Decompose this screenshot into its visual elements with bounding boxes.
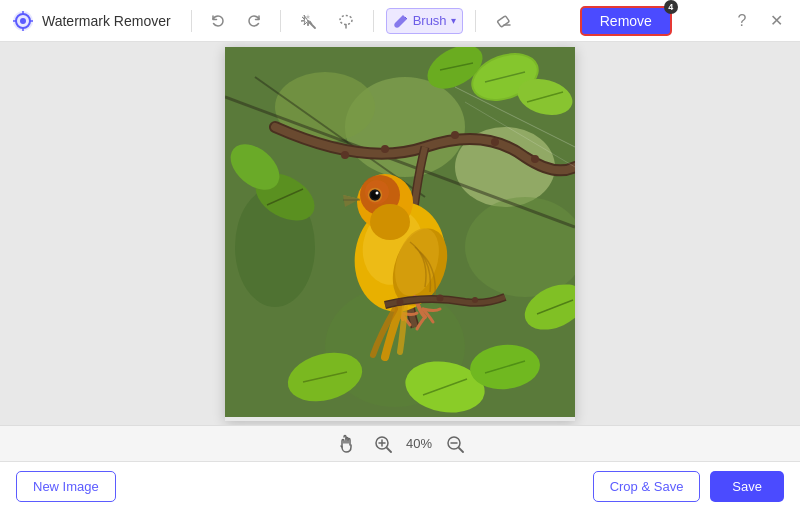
zoom-in-icon bbox=[374, 435, 392, 453]
svg-point-2 bbox=[20, 18, 26, 24]
zoom-bar: 40% bbox=[0, 425, 800, 461]
brush-dropdown-arrow: ▾ bbox=[451, 15, 456, 26]
redo-button[interactable] bbox=[240, 9, 268, 33]
undo-icon bbox=[210, 13, 226, 29]
zoom-level: 40% bbox=[406, 436, 432, 451]
new-image-button[interactable]: New Image bbox=[16, 471, 116, 502]
svg-point-5 bbox=[340, 15, 352, 24]
undo-button[interactable] bbox=[204, 9, 232, 33]
separator-4 bbox=[475, 10, 476, 32]
close-button[interactable]: ✕ bbox=[764, 9, 788, 33]
action-bar: New Image Crop & Save Save bbox=[0, 461, 800, 511]
svg-point-49 bbox=[376, 191, 379, 194]
app-title: Watermark Remover bbox=[42, 13, 171, 29]
right-action-buttons: Crop & Save Save bbox=[593, 471, 784, 502]
remove-btn-wrapper: Remove 4 bbox=[572, 6, 672, 36]
canvas-area bbox=[0, 42, 800, 425]
title-bar: Watermark Remover bbox=[0, 0, 800, 42]
svg-point-57 bbox=[472, 297, 478, 303]
crop-save-button[interactable]: Crop & Save bbox=[593, 471, 701, 502]
svg-point-20 bbox=[491, 138, 499, 146]
eraser-icon bbox=[494, 12, 512, 30]
zoom-out-icon bbox=[446, 435, 464, 453]
svg-point-18 bbox=[381, 145, 389, 153]
svg-point-52 bbox=[370, 204, 410, 240]
lasso-icon bbox=[337, 12, 355, 30]
image-container bbox=[225, 47, 575, 421]
svg-point-56 bbox=[437, 294, 444, 301]
eraser-button[interactable] bbox=[488, 8, 518, 34]
window-controls: ? ✕ bbox=[730, 9, 788, 33]
zoom-out-button[interactable] bbox=[442, 433, 468, 455]
magic-wand-icon bbox=[299, 12, 317, 30]
separator-2 bbox=[280, 10, 281, 32]
magic-wand-button[interactable] bbox=[293, 8, 323, 34]
save-button[interactable]: Save bbox=[710, 471, 784, 502]
brush-label: Brush bbox=[413, 13, 447, 28]
remove-badge: 4 bbox=[664, 0, 678, 14]
svg-point-21 bbox=[531, 155, 539, 163]
svg-point-55 bbox=[397, 298, 404, 305]
pan-tool-button[interactable] bbox=[332, 432, 360, 456]
pan-tool-icon bbox=[336, 434, 356, 454]
svg-line-61 bbox=[387, 448, 391, 452]
main-image bbox=[225, 47, 575, 417]
svg-point-19 bbox=[451, 131, 459, 139]
brush-icon bbox=[393, 13, 409, 29]
zoom-in-button[interactable] bbox=[370, 433, 396, 455]
separator-1 bbox=[191, 10, 192, 32]
help-button[interactable]: ? bbox=[730, 9, 754, 33]
brush-button[interactable]: Brush ▾ bbox=[386, 8, 463, 34]
separator-3 bbox=[373, 10, 374, 32]
svg-line-64 bbox=[459, 448, 463, 452]
svg-point-17 bbox=[341, 151, 349, 159]
remove-button[interactable]: Remove bbox=[580, 6, 672, 36]
redo-icon bbox=[246, 13, 262, 29]
app-logo-icon bbox=[12, 10, 34, 32]
lasso-button[interactable] bbox=[331, 8, 361, 34]
